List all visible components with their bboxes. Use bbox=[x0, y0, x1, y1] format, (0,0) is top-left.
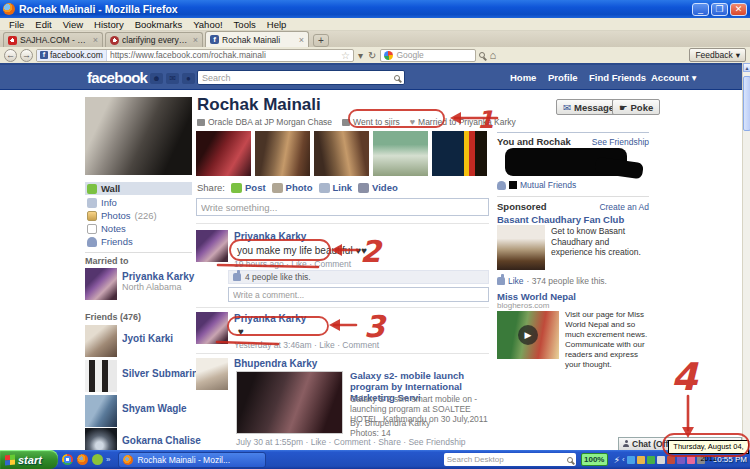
reload-icon[interactable]: ↻ bbox=[367, 50, 377, 61]
mutual-friends-label[interactable]: Mutual Friends bbox=[520, 180, 576, 190]
back-button[interactable]: ← bbox=[4, 49, 17, 62]
start-button[interactable]: start bbox=[0, 450, 58, 469]
friend-link[interactable]: Jyoti Karki bbox=[122, 333, 173, 344]
google-search-input[interactable] bbox=[396, 50, 472, 60]
bookmark-star-icon[interactable]: ☆ bbox=[341, 50, 353, 61]
mutual-friends-row[interactable]: Mutual Friends bbox=[497, 180, 576, 190]
relationship-item[interactable]: ♥Married to Priyanka Karky bbox=[410, 117, 516, 127]
ad-title[interactable]: Basant Chaudhary Fan Club bbox=[497, 214, 624, 225]
messages-icon[interactable]: ✉ bbox=[166, 73, 179, 84]
tray-icon[interactable] bbox=[677, 456, 685, 464]
sidebar-item-wall[interactable]: Wall bbox=[85, 182, 192, 195]
search-go-icon[interactable] bbox=[479, 52, 485, 58]
profile-photo-thumbnail[interactable] bbox=[255, 131, 310, 176]
menu-edit[interactable]: Edit bbox=[30, 19, 56, 30]
ad-image[interactable] bbox=[497, 225, 545, 270]
desktop-search-box[interactable] bbox=[444, 453, 576, 466]
nav-profile-link[interactable]: Profile bbox=[548, 72, 578, 83]
url-input[interactable] bbox=[107, 50, 341, 60]
profile-photo-thumbnail[interactable] bbox=[196, 131, 251, 176]
menu-yahoo[interactable]: Yahoo! bbox=[188, 19, 227, 30]
post-author-link[interactable]: Priyanka Karky bbox=[234, 313, 306, 324]
friend-photo[interactable] bbox=[85, 395, 117, 427]
ad-video-thumbnail[interactable]: ▶ bbox=[497, 311, 559, 359]
notifications-icon[interactable]: ● bbox=[182, 73, 195, 84]
see-friendship-link[interactable]: See Friendship bbox=[592, 137, 649, 147]
tray-icon[interactable] bbox=[687, 456, 695, 464]
minimize-button[interactable]: _ bbox=[692, 3, 709, 16]
profile-picture[interactable] bbox=[85, 97, 192, 175]
ad-like-link[interactable]: Like bbox=[508, 276, 524, 286]
facebook-logo[interactable]: facebook bbox=[87, 69, 147, 86]
sidebar-item-photos[interactable]: Photos(226) bbox=[85, 209, 192, 222]
google-search-box[interactable] bbox=[380, 49, 476, 62]
tab-rochak-mainali[interactable]: f Rochak Mainali × bbox=[205, 31, 309, 47]
tray-icon[interactable] bbox=[647, 456, 655, 464]
work-item[interactable]: Oracle DBA at JP Morgan Chase bbox=[197, 117, 332, 127]
taskbar-task-firefox[interactable]: Rochak Mainali - Mozil... bbox=[118, 452, 266, 468]
quick-launch-chevron-icon[interactable]: » bbox=[106, 455, 110, 464]
comment-input[interactable] bbox=[233, 290, 484, 300]
utorrent-icon[interactable] bbox=[92, 454, 103, 465]
married-to-name-link[interactable]: Priyanka Karky bbox=[122, 271, 194, 282]
restore-button[interactable]: ❐ bbox=[711, 3, 728, 16]
desktop-search-input[interactable] bbox=[447, 455, 564, 464]
site-identity-chip[interactable]: f facebook.com bbox=[37, 50, 107, 61]
post-attachment-photo[interactable] bbox=[236, 371, 343, 434]
profile-photo-thumbnail[interactable] bbox=[432, 131, 487, 176]
menu-bookmarks[interactable]: Bookmarks bbox=[130, 19, 188, 30]
url-dropdown-icon[interactable]: ▾ bbox=[357, 50, 364, 61]
scroll-up-arrow[interactable]: ▲ bbox=[743, 63, 750, 72]
url-bar[interactable]: f facebook.com ☆ bbox=[36, 49, 354, 62]
post-author-avatar[interactable] bbox=[196, 230, 228, 262]
tray-icon[interactable] bbox=[637, 456, 645, 464]
firefox-icon[interactable] bbox=[77, 454, 88, 465]
tray-icon[interactable] bbox=[667, 456, 675, 464]
share-link-button[interactable]: Link bbox=[319, 182, 353, 193]
menu-history[interactable]: History bbox=[89, 19, 129, 30]
post-meta[interactable]: July 30 at 1:55pm · Like · Comment · Sha… bbox=[236, 437, 466, 447]
sidebar-item-friends[interactable]: Friends bbox=[85, 235, 192, 248]
profile-photo-thumbnail[interactable] bbox=[373, 131, 428, 176]
menu-help[interactable]: Help bbox=[262, 19, 292, 30]
friend-requests-icon[interactable]: ☻ bbox=[150, 73, 163, 84]
feedback-button[interactable]: Feedback ▾ bbox=[689, 48, 746, 62]
nav-account-link[interactable]: Account ▾ bbox=[651, 72, 696, 83]
status-composer[interactable] bbox=[196, 198, 489, 216]
post-meta[interactable]: 19 hours ago · Like · Comment bbox=[234, 259, 351, 269]
home-icon[interactable]: ⌂ bbox=[488, 49, 497, 61]
post-author-avatar[interactable] bbox=[196, 312, 228, 344]
post-author-link[interactable]: Priyanka Karky bbox=[234, 231, 306, 242]
tab-close-icon[interactable]: × bbox=[193, 35, 198, 45]
nav-home-link[interactable]: Home bbox=[510, 72, 536, 83]
nav-find-friends-link[interactable]: Find Friends bbox=[589, 72, 646, 83]
poke-button[interactable]: ☛Poke bbox=[612, 99, 660, 115]
married-to-photo[interactable] bbox=[85, 268, 117, 300]
tab-close-icon[interactable]: × bbox=[93, 35, 98, 45]
new-tab-button[interactable]: + bbox=[313, 34, 329, 47]
post-author-link[interactable]: Bhupendra Karky bbox=[234, 358, 317, 369]
create-an-ad-link[interactable]: Create an Ad bbox=[599, 202, 649, 212]
friend-link[interactable]: Shyam Wagle bbox=[122, 403, 187, 414]
friend-link[interactable]: Silver Submarine bbox=[122, 368, 204, 379]
tray-icon[interactable] bbox=[627, 456, 635, 464]
menu-tools[interactable]: Tools bbox=[229, 19, 261, 30]
tab-sajha[interactable]: SAJHA.COM - Bringing Together Nepali C..… bbox=[3, 32, 103, 47]
comment-box[interactable] bbox=[228, 287, 489, 302]
share-video-button[interactable]: Video bbox=[358, 182, 398, 193]
post-meta[interactable]: Yesterday at 3:46am · Like · Comment bbox=[234, 340, 379, 350]
friend-photo[interactable] bbox=[85, 360, 117, 392]
forward-button[interactable]: → bbox=[20, 49, 33, 62]
tab-clarifying[interactable]: clarifying everything!!!! × bbox=[105, 32, 203, 47]
facebook-search-input[interactable] bbox=[202, 73, 394, 83]
post-author-avatar[interactable] bbox=[196, 358, 228, 390]
sidebar-item-notes[interactable]: Notes bbox=[85, 222, 192, 235]
chrome-icon[interactable] bbox=[62, 454, 73, 465]
tray-chevron-icon[interactable]: ‹ bbox=[622, 455, 625, 464]
status-composer-input[interactable] bbox=[201, 202, 484, 213]
share-photo-button[interactable]: Photo bbox=[272, 182, 313, 193]
share-post-button[interactable]: Post bbox=[231, 182, 266, 193]
friend-link[interactable]: Gokarna Chalise bbox=[122, 435, 201, 446]
sidebar-item-info[interactable]: Info bbox=[85, 196, 192, 209]
education-item[interactable]: Went to sjirs bbox=[342, 117, 400, 127]
